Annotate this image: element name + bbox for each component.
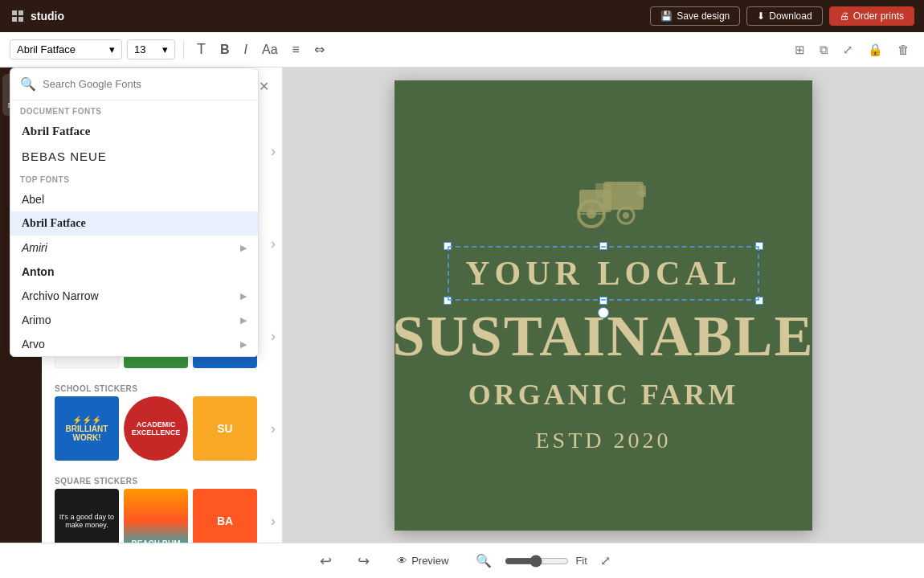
delete-button[interactable]: 🗑 xyxy=(893,39,914,60)
text-type-button[interactable]: T xyxy=(192,38,211,61)
square-stickers-row: It's a good day to make money. BEACH BUM… xyxy=(42,489,282,543)
svg-point-6 xyxy=(623,212,629,219)
school-stickers-more[interactable]: › xyxy=(262,396,283,461)
align-button[interactable]: ≡ xyxy=(288,39,305,60)
save-icon: 💾 xyxy=(660,10,673,22)
font-item-archivo-narrow[interactable]: Archivo Narrow ▶ xyxy=(10,284,258,308)
canvas-area[interactable]: YOUR LOCAL SUSTAINABLE ORGANIC FARM ESTD… xyxy=(283,68,924,543)
order-prints-button[interactable]: 🖨 Order prints xyxy=(829,6,914,26)
document-fonts-label: DOCUMENT FONTS xyxy=(10,100,258,119)
square-stickers-more[interactable]: › xyxy=(262,489,283,543)
app-logo: studio xyxy=(10,8,64,24)
download-icon: ⬇ xyxy=(757,10,765,22)
bold-button[interactable]: B xyxy=(215,39,235,60)
chevron-down-icon: ▾ xyxy=(109,43,115,55)
top-fonts-label: TOP FONTS xyxy=(10,169,258,187)
case-button[interactable]: Aa xyxy=(257,39,283,60)
zoom-controls: 🔍 Fit xyxy=(469,550,587,572)
download-button[interactable]: ⬇ Download xyxy=(746,6,822,26)
spacing-icon: ⇔ xyxy=(314,42,325,57)
canvas-card: YOUR LOCAL SUSTAINABLE ORGANIC FARM ESTD… xyxy=(395,80,812,531)
designs-close-button[interactable]: ✕ xyxy=(259,79,269,94)
circle-stickers-more[interactable]: › xyxy=(262,119,283,183)
font-size-select[interactable]: 13 ▾ xyxy=(127,39,175,59)
redo-button[interactable]: ↪ xyxy=(351,549,376,573)
sticker-brilliant[interactable]: ⚡⚡⚡BRILLIANTWORK! xyxy=(55,396,119,461)
school-stickers-section: SCHOOL STICKERS ⚡⚡⚡BRILLIANTWORK! ACADEM… xyxy=(42,379,282,465)
rotate-handle[interactable] xyxy=(598,307,609,318)
font-item-abril-doc[interactable]: Abril Fatface xyxy=(10,119,258,144)
fullscreen-button[interactable]: ⤢ xyxy=(600,553,611,568)
zoom-out-button[interactable]: 🔍 xyxy=(469,550,498,572)
organic-farm-text[interactable]: ORGANIC FARM xyxy=(468,378,738,412)
font-item-abril-top[interactable]: Abril Fatface xyxy=(10,211,258,236)
archivo-chevron: ▶ xyxy=(240,291,247,301)
square-stickers-section: SQUARE STICKERS It's a good day to make … xyxy=(42,472,282,543)
svg-rect-2 xyxy=(595,183,611,198)
bumper-stickers-more[interactable]: › xyxy=(262,304,283,368)
font-item-arimo[interactable]: Arimo ▶ xyxy=(10,308,258,332)
lock-button[interactable]: 🔒 xyxy=(863,39,888,60)
undo-button[interactable]: ↩ xyxy=(313,549,338,573)
zoom-slider[interactable] xyxy=(505,555,569,568)
sticker-beach-bum[interactable]: BEACH BUM xyxy=(124,489,188,543)
chevron-down-icon: ▾ xyxy=(162,43,168,55)
font-item-abel[interactable]: Abel xyxy=(10,187,258,211)
svg-rect-11 xyxy=(636,191,645,195)
eye-icon: 👁 xyxy=(397,555,407,567)
logo-icon xyxy=(10,8,26,24)
font-family-select[interactable]: Abril Fatface ▾ xyxy=(10,39,122,59)
search-icon: 🔍 xyxy=(20,76,36,92)
estd-text[interactable]: ESTD 2020 xyxy=(536,428,672,453)
amiri-chevron: ▶ xyxy=(240,243,247,253)
school-stickers-label: SCHOOL STICKERS xyxy=(42,379,282,396)
arvo-chevron: ▶ xyxy=(240,339,247,350)
font-item-amiri[interactable]: Amiri ▶ xyxy=(10,236,258,260)
zoom-fit-label: Fit xyxy=(575,555,587,567)
save-design-button[interactable]: 💾 Save design xyxy=(650,6,740,26)
font-item-arvo[interactable]: Arvo ▶ xyxy=(10,332,258,356)
spacing-button[interactable]: ⇔ xyxy=(309,39,329,60)
copy-button[interactable]: ⧉ xyxy=(815,39,833,60)
font-search-container: 🔍 xyxy=(10,68,258,100)
tractor-illustration xyxy=(555,158,652,230)
app-name: studio xyxy=(31,10,64,23)
bottom-bar: ↩ ↪ 👁 Preview 🔍 Fit ⤢ xyxy=(0,543,924,578)
italic-button[interactable]: I xyxy=(239,39,252,60)
order-icon: 🖨 xyxy=(840,10,849,22)
sticker-square-3[interactable]: BA xyxy=(193,489,257,543)
school-stickers-row: ⚡⚡⚡BRILLIANTWORK! ACADEMICEXCELLENCE SU … xyxy=(42,396,282,465)
align-icon: ≡ xyxy=(292,43,300,57)
font-item-anton[interactable]: Anton xyxy=(10,260,258,284)
text-type-icon: T xyxy=(197,41,206,58)
toolbar: Abril Fatface ▾ 13 ▾ T B I Aa ≡ ⇔ ⊞ ⧉ ⤢ … xyxy=(0,32,924,68)
topbar: studio 💾 Save design ⬇ Download 🖨 Order … xyxy=(0,0,924,32)
font-dropdown: 🔍 DOCUMENT FONTS Abril Fatface BEBAS NEU… xyxy=(10,68,259,357)
font-item-bebas[interactable]: BEBAS NEUE xyxy=(10,144,258,169)
resize-button[interactable]: ⤢ xyxy=(838,39,858,60)
sticker-make-money[interactable]: It's a good day to make money. xyxy=(55,489,119,543)
toolbar-divider-1 xyxy=(183,40,184,59)
your-local-text[interactable]: YOUR LOCAL xyxy=(448,246,759,301)
case-icon: Aa xyxy=(262,43,278,57)
italic-icon: I xyxy=(244,43,247,57)
font-list: Abel Abril Fatface Amiri ▶ Anton Archivo… xyxy=(10,187,258,356)
selected-text-container[interactable]: YOUR LOCAL xyxy=(448,246,759,301)
grid-button[interactable]: ⊞ xyxy=(790,39,810,60)
font-search-input[interactable] xyxy=(43,78,248,90)
square-stickers-label: SQUARE STICKERS xyxy=(42,472,282,489)
arimo-chevron: ▶ xyxy=(240,315,247,326)
logo-stickers-more[interactable]: › xyxy=(262,211,283,276)
sticker-academic[interactable]: ACADEMICEXCELLENCE xyxy=(124,396,188,461)
bold-icon: B xyxy=(220,43,230,57)
preview-button[interactable]: 👁 Preview xyxy=(389,551,456,570)
toolbar-right: ⊞ ⧉ ⤢ 🔒 🗑 xyxy=(790,39,914,60)
sticker-school-3[interactable]: SU xyxy=(193,396,257,461)
